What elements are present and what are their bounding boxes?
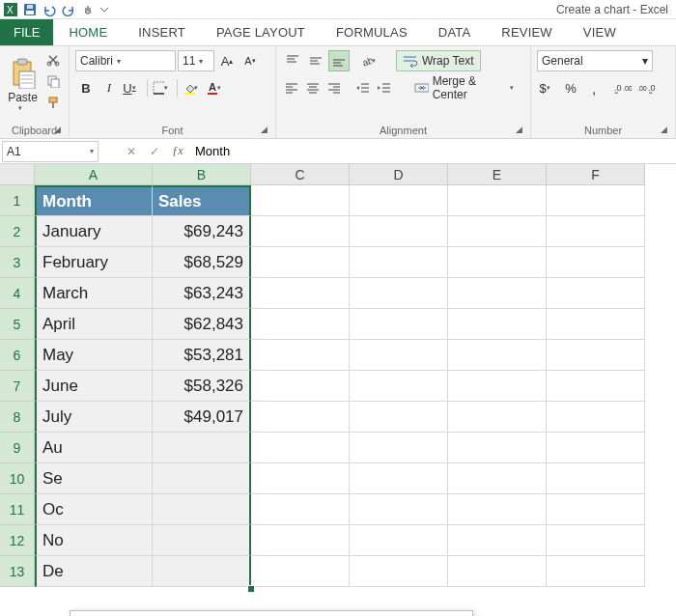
cell[interactable]: [547, 309, 645, 340]
cell[interactable]: $53,281: [153, 340, 251, 371]
cell[interactable]: [350, 216, 448, 247]
cell[interactable]: [350, 340, 448, 371]
cell[interactable]: [448, 185, 547, 216]
copy-icon[interactable]: [43, 71, 63, 91]
borders-icon[interactable]: ▾: [152, 77, 173, 98]
cell[interactable]: [448, 402, 547, 433]
cell[interactable]: De: [35, 556, 153, 587]
tab-page-layout[interactable]: PAGE LAYOUT: [201, 19, 321, 45]
dialog-launcher-icon[interactable]: ◢: [258, 125, 269, 136]
row-header[interactable]: 3: [0, 247, 35, 278]
cell[interactable]: [547, 278, 645, 309]
font-name-combo[interactable]: Calibri▾: [75, 50, 176, 71]
col-header-a[interactable]: A: [35, 164, 153, 185]
dialog-launcher-icon[interactable]: ◢: [658, 125, 669, 136]
name-box[interactable]: A1▾: [2, 141, 99, 162]
cell[interactable]: [251, 463, 350, 494]
cell[interactable]: [448, 433, 547, 463]
cell[interactable]: [350, 402, 448, 433]
cell[interactable]: [547, 556, 645, 587]
align-left-icon[interactable]: [282, 77, 301, 98]
cell[interactable]: [251, 340, 350, 371]
row-header[interactable]: 10: [0, 463, 35, 494]
cell[interactable]: [448, 278, 547, 309]
select-all-corner[interactable]: [0, 164, 35, 185]
cell[interactable]: April: [35, 309, 153, 340]
cell[interactable]: [251, 556, 350, 587]
cell[interactable]: [153, 433, 251, 463]
col-header-d[interactable]: D: [350, 164, 448, 185]
row-header[interactable]: 1: [0, 185, 35, 216]
row-header[interactable]: 6: [0, 340, 35, 371]
selection-handle[interactable]: [247, 585, 255, 593]
row-header[interactable]: 8: [0, 402, 35, 433]
align-right-icon[interactable]: [324, 77, 344, 98]
cell[interactable]: [448, 309, 547, 340]
col-header-f[interactable]: F: [547, 164, 645, 185]
cell[interactable]: [448, 556, 547, 587]
cell[interactable]: $58,326: [153, 371, 251, 402]
cell[interactable]: February: [35, 247, 153, 278]
cell[interactable]: $63,243: [153, 278, 251, 309]
cut-icon[interactable]: [43, 50, 63, 70]
wrap-text-button[interactable]: Wrap Text: [396, 50, 481, 71]
cell[interactable]: [547, 525, 645, 556]
cell[interactable]: [448, 494, 547, 525]
increase-indent-icon[interactable]: [375, 77, 394, 98]
row-header[interactable]: 11: [0, 494, 35, 525]
number-format-combo[interactable]: General▾: [537, 50, 653, 71]
percent-format-icon[interactable]: %: [560, 77, 581, 98]
align-middle-icon[interactable]: [305, 50, 326, 71]
cell[interactable]: [153, 525, 251, 556]
cell[interactable]: [350, 278, 448, 309]
format-painter-icon[interactable]: [43, 93, 63, 112]
decrease-indent-icon[interactable]: [353, 77, 373, 98]
cell[interactable]: [251, 371, 350, 402]
align-center-icon[interactable]: [303, 77, 323, 98]
increase-decimal-icon[interactable]: .0.00: [612, 77, 634, 98]
undo-icon[interactable]: [41, 1, 58, 18]
align-bottom-icon[interactable]: [328, 50, 350, 71]
cell[interactable]: [547, 371, 645, 402]
cell[interactable]: [350, 309, 448, 340]
cell[interactable]: [350, 463, 448, 494]
row-header[interactable]: 2: [0, 216, 35, 247]
cell[interactable]: [251, 185, 350, 216]
row-header[interactable]: 12: [0, 525, 35, 556]
cell[interactable]: [350, 556, 448, 587]
fill-color-icon[interactable]: ▾: [182, 77, 203, 98]
cell[interactable]: March: [35, 278, 153, 309]
cell[interactable]: [547, 340, 645, 371]
cell[interactable]: Sales: [153, 185, 251, 216]
tab-insert[interactable]: INSERT: [123, 19, 201, 45]
enter-formula-icon[interactable]: ✓: [143, 141, 166, 162]
cell[interactable]: June: [35, 371, 153, 402]
spreadsheet-grid[interactable]: A B C D E F 1 Month Sales 2 January $69,…: [0, 164, 676, 587]
tab-home[interactable]: HOME: [53, 19, 123, 45]
tab-review[interactable]: REVIEW: [486, 19, 567, 45]
cell[interactable]: [350, 494, 448, 525]
cell[interactable]: [251, 278, 350, 309]
row-header[interactable]: 13: [0, 556, 35, 587]
cell[interactable]: Au: [35, 433, 153, 463]
align-top-icon[interactable]: [282, 50, 303, 71]
tab-formulas[interactable]: FORMULAS: [321, 19, 423, 45]
underline-button[interactable]: U▾: [122, 77, 143, 98]
cell[interactable]: [448, 463, 547, 494]
dialog-launcher-icon[interactable]: ◢: [51, 125, 63, 136]
cell[interactable]: $68,529: [153, 247, 251, 278]
formula-input[interactable]: [189, 141, 676, 162]
italic-button[interactable]: I: [99, 77, 120, 98]
cell[interactable]: [251, 494, 350, 525]
row-header[interactable]: 4: [0, 278, 35, 309]
save-icon[interactable]: [21, 1, 39, 18]
cell[interactable]: [448, 525, 547, 556]
cancel-formula-icon[interactable]: ✕: [120, 141, 143, 162]
cell[interactable]: [153, 556, 251, 587]
col-header-c[interactable]: C: [251, 164, 350, 185]
cell[interactable]: [153, 494, 251, 525]
cell[interactable]: [350, 433, 448, 463]
decrease-font-icon[interactable]: A▾: [239, 50, 261, 71]
cell[interactable]: [547, 494, 645, 525]
dialog-launcher-icon[interactable]: ◢: [513, 125, 524, 136]
